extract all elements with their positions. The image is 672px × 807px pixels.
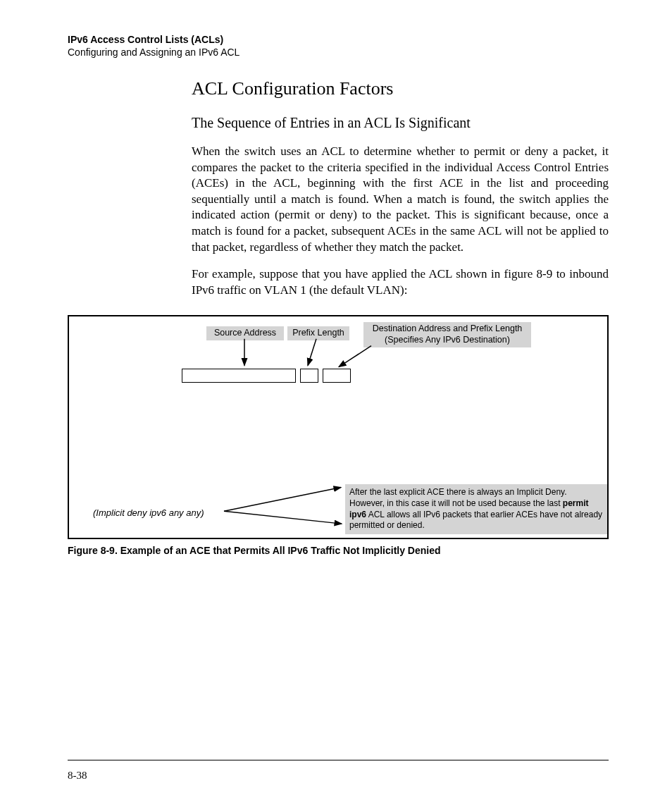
svg-line-2 [339,346,371,367]
paragraph-2: For example, suppose that you have appli… [192,266,609,298]
figure-8-9: Source Address Prefix Length Destination… [68,315,609,539]
callout-destination: Destination Address and Prefix Length (S… [363,322,531,347]
field-source-address [182,369,296,383]
figure-caption: Figure 8-9. Example of an ACE that Permi… [68,545,609,556]
callout-source-address: Source Address [206,326,284,340]
callout-dest-line2: (Specifies Any IPv6 Destination) [368,335,527,346]
section-heading: ACL Configuration Factors [192,78,609,99]
paragraph-1: When the switch uses an ACL to determine… [192,144,609,255]
afterlast-text-1: After the last explicit ACE there is alw… [349,487,567,508]
callout-after-last-ace: After the last explicit ACE there is alw… [345,484,607,534]
footer-rule [68,760,609,760]
page-number: 8-38 [68,770,87,782]
running-header: IPv6 Access Control Lists (ACLs) Configu… [68,34,609,58]
callout-prefix-length: Prefix Length [287,326,349,340]
svg-line-4 [224,512,342,524]
svg-line-3 [224,488,341,512]
field-prefix-length [300,369,318,383]
implicit-deny-label: (Implicit deny ipv6 any any) [93,507,204,518]
afterlast-text-2: ACL allows all IPv6 packets that earlier… [349,510,602,531]
header-subtitle: Configuring and Assigning an IPv6 ACL [68,47,609,59]
svg-line-1 [308,339,316,366]
callout-dest-line1: Destination Address and Prefix Length [368,324,527,335]
ace-field-row [182,369,351,383]
header-title: IPv6 Access Control Lists (ACLs) [68,34,609,47]
page: IPv6 Access Control Lists (ACLs) Configu… [0,0,672,807]
field-destination [323,369,351,383]
figure-wrap: Source Address Prefix Length Destination… [68,315,609,556]
subsection-heading: The Sequence of Entries in an ACL Is Sig… [192,115,609,131]
body-column: ACL Configuration Factors The Sequence o… [192,78,609,298]
